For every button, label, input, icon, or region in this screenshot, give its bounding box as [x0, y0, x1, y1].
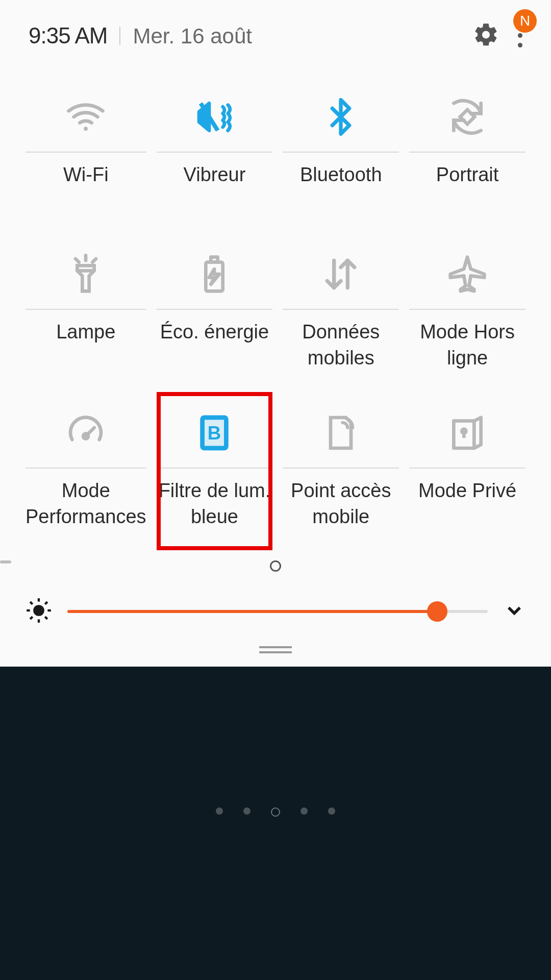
toggle-bluelight[interactable]: BFiltre de lum. bleue [157, 392, 273, 551]
slider-fill [67, 610, 437, 613]
settings-gear-icon[interactable] [473, 21, 499, 50]
toggle-hotspot[interactable]: Point accès mobile [283, 392, 399, 551]
quick-toggle-grid: Wi-FiVibreurBluetoothPortraitLampeÉco. é… [0, 61, 551, 555]
clock-time: 9:35 AM [29, 23, 107, 48]
drag-handle[interactable] [0, 641, 551, 662]
tile-label[interactable]: Portrait [436, 162, 498, 213]
svg-line-12 [86, 428, 94, 436]
svg-point-19 [33, 605, 44, 616]
tile-separator [26, 468, 146, 469]
tile-label[interactable]: Données mobiles [283, 319, 399, 372]
airplane-icon [447, 243, 488, 305]
brightness-slider[interactable] [67, 601, 488, 622]
svg-line-5 [93, 259, 96, 262]
gauge-icon [65, 402, 106, 463]
tile-label[interactable]: Mode Performances [26, 478, 146, 530]
tile-label[interactable]: Filtre de lum. bleue [157, 478, 273, 530]
home-dot [328, 807, 335, 815]
rotate-icon [447, 86, 488, 148]
homescreen-page-dots [0, 807, 551, 817]
tile-separator [409, 468, 525, 469]
tile-label[interactable]: Wi-Fi [63, 162, 109, 213]
bluelight-icon: B [194, 402, 235, 463]
tile-separator [409, 309, 525, 310]
home-dot [216, 807, 223, 815]
svg-line-22 [30, 602, 33, 604]
toggle-private[interactable]: Mode Privé [409, 392, 525, 551]
data-icon [320, 243, 361, 305]
wifi-icon [65, 86, 106, 148]
svg-text:B: B [208, 423, 221, 444]
toggle-rotate[interactable]: Portrait [409, 76, 525, 233]
slider-thumb[interactable] [427, 601, 447, 622]
clock-date[interactable]: Mer. 16 août [133, 24, 252, 48]
home-dot-active [271, 807, 280, 817]
svg-point-17 [462, 429, 466, 433]
bluetooth-icon [320, 86, 361, 148]
header-left: 9:35 AM Mer. 16 août [29, 23, 252, 48]
battery-icon [194, 243, 235, 305]
divider [119, 27, 120, 45]
flashlight-icon [65, 243, 106, 305]
toggle-data[interactable]: Données mobiles [283, 233, 399, 392]
tile-label[interactable]: Mode Privé [418, 478, 516, 529]
tile-separator [26, 152, 146, 153]
tile-separator [26, 309, 146, 310]
more-options-icon[interactable]: N [515, 20, 525, 51]
brightness-row [0, 587, 551, 641]
status-header: 9:35 AM Mer. 16 août N [0, 0, 551, 61]
tile-label[interactable]: Point accès mobile [283, 478, 399, 530]
hotspot-icon [320, 402, 361, 463]
tile-label[interactable]: Lampe [56, 319, 115, 370]
toggle-airplane[interactable]: Mode Hors ligne [409, 233, 525, 392]
svg-line-4 [76, 259, 79, 262]
vibrate-icon [194, 86, 235, 148]
tile-label[interactable]: Éco. énergie [160, 319, 269, 370]
tile-separator [157, 309, 273, 310]
quick-settings-panel: 9:35 AM Mer. 16 août N Wi-FiVibreurBluet… [0, 0, 551, 667]
header-right: N [473, 20, 525, 51]
tile-label[interactable]: Vibreur [184, 162, 246, 213]
toggle-wifi[interactable]: Wi-Fi [26, 76, 146, 233]
svg-rect-8 [211, 257, 218, 262]
tile-separator [283, 468, 399, 469]
tile-label[interactable]: Mode Hors ligne [409, 319, 525, 372]
private-icon [447, 402, 488, 463]
tile-separator [157, 152, 273, 153]
tile-separator [283, 152, 399, 153]
toggle-flashlight[interactable]: Lampe [26, 233, 146, 392]
svg-line-27 [45, 602, 47, 604]
toggle-battery[interactable]: Éco. énergie [157, 233, 273, 392]
tile-label[interactable]: Bluetooth [300, 162, 382, 213]
tile-separator [283, 309, 399, 310]
home-dot [300, 807, 308, 815]
notification-badge: N [513, 9, 537, 33]
tile-separator [409, 152, 525, 153]
svg-line-23 [45, 617, 47, 619]
expand-chevron-icon[interactable] [503, 599, 525, 624]
toggle-gauge[interactable]: Mode Performances [26, 392, 146, 551]
page-dot [0, 560, 11, 564]
tile-separator [157, 468, 273, 469]
toggle-vibrate[interactable]: Vibreur [157, 76, 273, 233]
svg-point-0 [84, 127, 88, 131]
svg-line-26 [30, 617, 33, 619]
page-indicator[interactable] [0, 555, 551, 587]
toggle-bluetooth[interactable]: Bluetooth [283, 76, 399, 233]
home-dot [243, 807, 251, 815]
page-dot-active [270, 560, 281, 572]
brightness-icon [26, 597, 52, 626]
